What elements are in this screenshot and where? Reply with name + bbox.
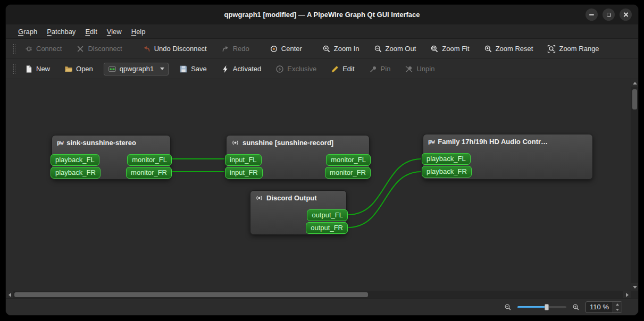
activated-toggle[interactable]: Activated	[218, 62, 265, 76]
menu-help[interactable]: Help	[127, 26, 150, 38]
spin-down-icon	[616, 309, 619, 311]
menu-graph[interactable]: Graph	[13, 26, 42, 38]
patchbay-select-value: qpwgraph1	[120, 65, 154, 73]
patchbay-select[interactable]: qpwgraph1	[104, 63, 169, 75]
audio-output-port[interactable]: monitor_FR	[126, 167, 172, 179]
disconnect-button[interactable]: Disconnect	[72, 42, 126, 56]
center-icon	[270, 45, 278, 53]
chevron-down-icon	[160, 67, 164, 70]
unpin-icon	[405, 65, 413, 73]
qpwgraph-window: qpwgraph1 [modified] — A PipeWire Graph …	[5, 4, 639, 316]
audio-input-port[interactable]: playback_FR	[422, 166, 472, 178]
edit-pencil-icon	[331, 65, 339, 73]
audio-app-icon	[255, 194, 263, 202]
pin-icon	[369, 65, 378, 73]
zoom-in-icon	[322, 45, 331, 53]
zoom-fit-icon	[430, 45, 439, 53]
zoom-out-button[interactable]: Zoom Out	[370, 42, 420, 56]
canvas-row: pw sink-sunshine-stereo playback_FL play…	[6, 79, 638, 291]
vertical-scrollbar[interactable]	[631, 79, 638, 291]
window-controls	[586, 5, 632, 24]
save-patchbay-button[interactable]: Save	[175, 62, 211, 76]
zoom-value: 110 %	[586, 302, 613, 312]
maximize-button[interactable]	[603, 9, 615, 21]
scroll-up-button[interactable]	[631, 79, 639, 87]
zoom-slider-fill	[517, 306, 545, 308]
audio-output-port[interactable]: monitor_FL	[326, 154, 371, 166]
unpin-button[interactable]: Unpin	[401, 62, 438, 76]
open-patchbay-button[interactable]: Open	[61, 62, 97, 76]
node-family-hd-audio[interactable]: pw Family 17h/19h HD Audio Contr… playba…	[423, 134, 593, 180]
zoom-range-icon	[547, 45, 556, 53]
pin-button[interactable]: Pin	[365, 62, 395, 76]
node-header: pw sink-sunshine-stereo	[52, 136, 170, 147]
node-discord-output[interactable]: Discord Output output_FL output_FR	[250, 190, 347, 235]
menu-patchbay[interactable]: Patchbay	[42, 26, 80, 38]
minimize-button[interactable]	[586, 9, 598, 21]
new-file-icon	[24, 65, 33, 73]
node-sunshine[interactable]: sunshine [sunshine-record] input_FL inpu…	[226, 135, 370, 180]
statusbar: 110 %	[6, 298, 638, 315]
close-button[interactable]	[620, 9, 632, 21]
zoom-reset-button[interactable]: Zoom Reset	[480, 42, 537, 56]
zoom-range-button[interactable]: Zoom Range	[543, 42, 603, 56]
vertical-scrollbar-thumb[interactable]	[632, 89, 637, 109]
spin-up-icon	[616, 303, 619, 306]
connect-icon	[24, 45, 33, 53]
zoom-spin-buttons	[613, 302, 622, 312]
audio-output-port[interactable]: monitor_FL	[127, 154, 172, 166]
slider-zoom-out-icon[interactable]	[504, 303, 512, 311]
exclusive-toggle[interactable]: Exclusive	[272, 62, 320, 76]
new-patchbay-button[interactable]: New	[21, 62, 54, 76]
menu-view[interactable]: View	[102, 26, 127, 38]
toolbar-handle[interactable]	[12, 64, 15, 74]
slider-zoom-in-icon[interactable]	[572, 303, 580, 311]
scroll-left-button[interactable]	[6, 291, 13, 299]
audio-input-port[interactable]: input_FR	[225, 167, 263, 179]
node-sink-sunshine-stereo[interactable]: pw sink-sunshine-stereo playback_FL play…	[52, 135, 171, 180]
horizontal-scrollbar-thumb[interactable]	[14, 292, 368, 297]
audio-output-port[interactable]: output_FR	[306, 222, 348, 234]
zoom-slider-handle[interactable]	[545, 304, 549, 310]
zoom-increment-button[interactable]	[613, 302, 622, 307]
redo-button[interactable]: Redo	[218, 42, 253, 56]
audio-input-port[interactable]: playback_FL	[51, 154, 99, 166]
node-header: Discord Output	[250, 191, 346, 202]
menu-edit[interactable]: Edit	[80, 26, 102, 38]
scroll-left-icon	[9, 293, 11, 297]
zoom-slider[interactable]	[517, 303, 566, 311]
save-icon	[179, 65, 188, 73]
audio-input-port[interactable]: input_FL	[225, 154, 262, 166]
window-title: qpwgraph1 [modified] — A PipeWire Graph …	[224, 11, 420, 19]
redo-icon	[221, 45, 230, 53]
undo-icon	[143, 45, 151, 53]
audio-input-port[interactable]: playback_FR	[51, 167, 101, 179]
audio-connection[interactable]	[348, 172, 421, 227]
horizontal-scrollbar[interactable]	[6, 291, 638, 298]
node-title: sink-sunshine-stereo	[66, 139, 136, 147]
audio-output-port[interactable]: output_FL	[307, 209, 348, 221]
graph-toolbar: Connect Disconnect Undo Disconnect Redo …	[6, 39, 638, 59]
disconnect-icon	[76, 45, 85, 53]
horizontal-scrollbar-track[interactable]	[13, 291, 623, 298]
minimize-icon	[589, 14, 594, 15]
vertical-scrollbar-track[interactable]	[631, 87, 638, 283]
zoom-out-icon	[374, 45, 382, 53]
graph-canvas[interactable]: pw sink-sunshine-stereo playback_FL play…	[6, 79, 631, 291]
scroll-down-button[interactable]	[631, 283, 639, 291]
toolbar-handle[interactable]	[12, 44, 15, 54]
zoom-fit-button[interactable]: Zoom Fit	[426, 42, 473, 56]
undo-disconnect-button[interactable]: Undo Disconnect	[139, 42, 211, 56]
edit-patchbay-toggle[interactable]: Edit	[327, 62, 358, 76]
audio-input-port[interactable]: playback_FL	[422, 153, 471, 165]
zoom-spinbox[interactable]: 110 %	[586, 301, 622, 313]
zoom-in-button[interactable]: Zoom In	[319, 42, 363, 56]
audio-output-port[interactable]: monitor_FR	[325, 167, 371, 179]
zoom-decrement-button[interactable]	[613, 307, 622, 312]
connect-button[interactable]: Connect	[21, 42, 65, 56]
connections-layer	[6, 79, 631, 291]
center-button[interactable]: Center	[266, 42, 306, 56]
scroll-right-button[interactable]	[623, 291, 631, 299]
close-icon	[623, 12, 629, 18]
titlebar[interactable]: qpwgraph1 [modified] — A PipeWire Graph …	[6, 5, 638, 24]
